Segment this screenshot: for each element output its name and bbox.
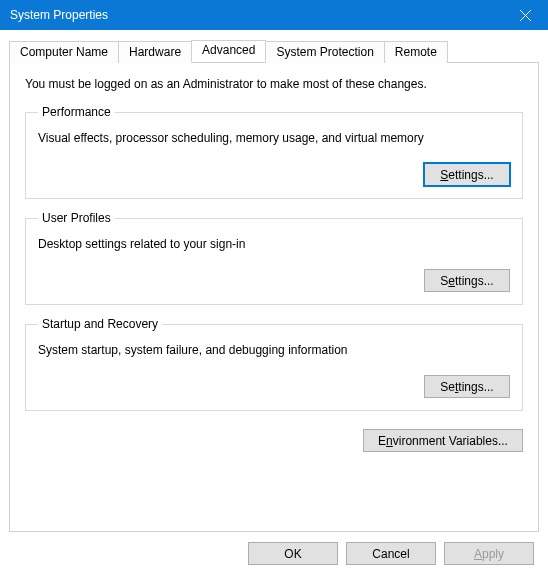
- user-profiles-settings-button[interactable]: Settings...: [424, 269, 510, 292]
- tab-remote[interactable]: Remote: [384, 41, 448, 63]
- group-performance-desc: Visual effects, processor scheduling, me…: [38, 131, 510, 145]
- group-user-profiles: User Profiles Desktop settings related t…: [25, 211, 523, 305]
- dialog-buttons: OK Cancel Apply: [0, 532, 548, 565]
- ok-button[interactable]: OK: [248, 542, 338, 565]
- tab-advanced[interactable]: Advanced: [191, 40, 266, 62]
- group-user-profiles-legend: User Profiles: [38, 211, 115, 225]
- group-startup-recovery: Startup and Recovery System startup, sys…: [25, 317, 523, 411]
- cancel-button[interactable]: Cancel: [346, 542, 436, 565]
- tab-panel-advanced: You must be logged on as an Administrato…: [9, 62, 539, 532]
- startup-settings-button[interactable]: Settings...: [424, 375, 510, 398]
- performance-settings-button[interactable]: Settings...: [424, 163, 510, 186]
- apply-button: Apply: [444, 542, 534, 565]
- tab-strip: Computer Name Hardware Advanced System P…: [9, 40, 539, 62]
- window-title: System Properties: [10, 8, 108, 22]
- close-icon: [520, 10, 531, 21]
- group-performance-legend: Performance: [38, 105, 115, 119]
- tab-system-protection[interactable]: System Protection: [265, 41, 384, 63]
- titlebar: System Properties: [0, 0, 548, 30]
- intro-text: You must be logged on as an Administrato…: [25, 77, 523, 91]
- group-startup-recovery-desc: System startup, system failure, and debu…: [38, 343, 510, 357]
- group-user-profiles-desc: Desktop settings related to your sign-in: [38, 237, 510, 251]
- group-startup-recovery-legend: Startup and Recovery: [38, 317, 162, 331]
- tab-hardware[interactable]: Hardware: [118, 41, 192, 63]
- group-performance: Performance Visual effects, processor sc…: [25, 105, 523, 199]
- tab-computer-name[interactable]: Computer Name: [9, 41, 119, 63]
- close-button[interactable]: [503, 0, 548, 30]
- environment-variables-button[interactable]: Environment Variables...: [363, 429, 523, 452]
